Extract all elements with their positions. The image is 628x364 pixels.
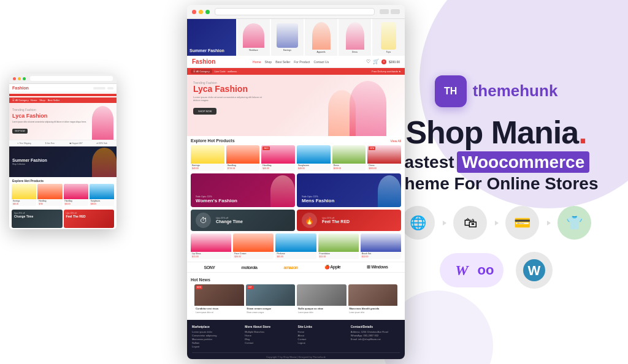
lb-cosm-img-1 bbox=[191, 233, 231, 252]
sm-nav-bar bbox=[9, 94, 117, 96]
lb-news-excerpt-4: Lorem ipsum dolor bbox=[348, 311, 398, 315]
brand-logo-area: TH themehunk bbox=[435, 75, 558, 107]
lb-top-prod-4: Dress bbox=[339, 19, 371, 56]
lb-prod-img-3: SALE bbox=[261, 145, 295, 164]
lb-brand-motorola: motorola bbox=[241, 265, 257, 270]
lb-nav-product[interactable]: For Product bbox=[294, 60, 310, 64]
lb-nav-contact[interactable]: Contact Us bbox=[313, 60, 329, 64]
sm-products-grid: Earrings $40.00 Handbag $738 Handbag $40… bbox=[9, 184, 117, 208]
lb-footer-link-12: Contact bbox=[298, 338, 347, 341]
bag-icon-circle: 🛍 bbox=[453, 206, 487, 240]
sm-nav-shop: Shop bbox=[39, 99, 45, 102]
lb-promo-bar: ☰ All Category Live Code · wellness · Fr… bbox=[187, 68, 405, 75]
lb-top-prod-img-3 bbox=[312, 22, 331, 50]
lb-footer-title-2: More About Store bbox=[245, 325, 294, 328]
lb-explore-title: Explore Hot Products bbox=[191, 138, 235, 143]
svg-text:W: W bbox=[455, 262, 469, 278]
icons-row: 🌐 🛍 💳 👕 bbox=[401, 206, 591, 240]
sm-nav-home: Home bbox=[31, 99, 37, 102]
lb-top-strip: Summer Fashion Necklace Earrings Apparel… bbox=[187, 19, 405, 56]
tagline-line1: Fastest Woocommerce bbox=[394, 153, 599, 172]
lb-nav-home[interactable]: Home bbox=[253, 60, 261, 64]
lb-sale-badge: SALE bbox=[262, 146, 270, 150]
lb-prod-img-4 bbox=[297, 145, 331, 164]
lb-products-grid: Earrings $40.00 Handbag $738.58 SALE Han… bbox=[191, 145, 401, 171]
wordpress-logo-svg: W bbox=[519, 255, 550, 286]
lb-top-prod-name-3: Apparels bbox=[317, 51, 326, 53]
lb-prod-img-6: NEW bbox=[367, 145, 401, 164]
sm-shop-now-btn[interactable]: SHOP NOW bbox=[12, 129, 28, 134]
lb-news-img-2: HOT bbox=[246, 284, 296, 306]
lb-prod-img-5 bbox=[332, 145, 366, 164]
lb-news-excerpt-1: Lorem ipsum dolor sit bbox=[194, 311, 244, 315]
lb-news-title-2: Etiam ornare congue bbox=[246, 306, 296, 311]
lb-prod-price-4: $48.00 bbox=[297, 167, 331, 171]
lb-news-badge-1: NEW bbox=[196, 286, 202, 289]
lb-banner-figure bbox=[270, 175, 295, 207]
wp-badge: W bbox=[516, 252, 553, 289]
sm-header: Fashion bbox=[9, 84, 117, 93]
browser-bar-small bbox=[9, 74, 117, 84]
sm-feature-sale: 🏷 100% Sale bbox=[90, 142, 114, 145]
shop-mania-title: Shop Mania. bbox=[405, 116, 586, 148]
sm-promos: Upto 25% off Change Time Upto 25% off Fe… bbox=[9, 208, 117, 229]
dot-red bbox=[13, 77, 16, 80]
lb-dot-red bbox=[192, 10, 196, 14]
lb-cosm-price-2: $28.00 bbox=[233, 256, 274, 259]
lb-footer-link-4: Nullam bbox=[192, 341, 241, 344]
lb-nav-bestseller[interactable]: Best Seller bbox=[275, 60, 290, 64]
lb-product-dress1: Dress $138.00 bbox=[332, 145, 366, 171]
sm-nav-seller: Best Seller bbox=[48, 99, 59, 102]
lb-footer-link-10: Home bbox=[298, 330, 347, 333]
lb-footer-col-2: More About Store Multiple Branches Home … bbox=[245, 325, 294, 349]
lb-top-prod-2: Earrings bbox=[271, 19, 304, 56]
lb-all-categories[interactable]: ☰ All Category bbox=[191, 69, 212, 74]
lb-news-header: Hot News bbox=[191, 278, 401, 282]
lb-promo-feel-red: 🔥 Upto 25% off Feel The RED bbox=[297, 210, 401, 231]
lb-nav-shop[interactable]: Shop bbox=[264, 60, 272, 64]
lb-top-prod-img-5 bbox=[381, 22, 396, 50]
sm-logo: Fashion bbox=[12, 86, 29, 90]
lb-shop-now-btn[interactable]: SHOP NOW bbox=[193, 108, 216, 115]
lb-news-2: HOT Etiam ornare congue Etiam ornare con… bbox=[246, 284, 296, 315]
lb-news-excerpt-3: Lorem ipsum dolor bbox=[297, 311, 347, 315]
lb-footer-link-1: Lorem ipsum dolor bbox=[192, 330, 241, 333]
lb-product-sunglasses: Sunglasses $48.00 bbox=[297, 145, 331, 171]
lb-banner-label-womens: Sale Upto 15% bbox=[196, 195, 237, 198]
sm-feature-support: ☎ Support 24/7 bbox=[64, 142, 88, 145]
lb-cart: ♡ 🛒 0 $200.00 bbox=[366, 59, 400, 64]
lb-url-bar bbox=[215, 8, 375, 15]
sm-product-item: Handbag $738 bbox=[37, 184, 62, 206]
globe-icon-circle: 🌐 bbox=[401, 206, 435, 240]
lb-hero-content: Trending Fashion Lyca Fashion Lorem ipsu… bbox=[187, 75, 405, 121]
sm-feature-shipping: ✈ Free Shipping bbox=[12, 142, 36, 145]
lb-view-all[interactable]: View All bbox=[391, 139, 401, 143]
lb-dot-green bbox=[205, 10, 210, 14]
lb-product-handbag2: SALE Handbag $40.00 bbox=[261, 145, 295, 171]
sm-product-price: $738 bbox=[37, 203, 62, 206]
shop-mania-text: Shop Mania bbox=[405, 115, 578, 150]
sm-product-item: Earrings $40.00 bbox=[12, 184, 36, 206]
lb-cosm-4: Foundation $32.00 bbox=[318, 233, 359, 259]
sm-promo-feel-red: Upto 25% off Feel The RED bbox=[64, 210, 115, 228]
lb-cosm-img-4 bbox=[318, 233, 359, 252]
lb-cosm-1: Lip Gloss $15.00 bbox=[191, 233, 231, 259]
lb-prod-price-2: $738.58 bbox=[226, 167, 260, 171]
lb-cosm-img-2 bbox=[233, 233, 274, 252]
lb-top-prod-name-2: Earrings bbox=[283, 49, 291, 51]
lb-news-title: Hot News bbox=[191, 278, 210, 282]
bag-icon: 🛍 bbox=[464, 215, 477, 231]
lb-promo-row: ⏱ Upto 25% off Change Time 🔥 Upto 25% of… bbox=[187, 210, 405, 233]
lb-news-section: Hot News NEW Curabitur orci risus Lorem … bbox=[187, 275, 405, 320]
lb-top-prod-img-1 bbox=[243, 23, 264, 48]
lb-cart-count: 0 bbox=[381, 59, 386, 64]
lb-cart-total: $200.00 bbox=[389, 60, 400, 64]
lb-prod-price-3: $40.00 bbox=[261, 167, 295, 171]
sm-features: ✈ Free Shipping $ Join Free ☎ Support 24… bbox=[9, 140, 117, 146]
lb-product-dress2: NEW Dress $309.00 bbox=[367, 145, 401, 171]
lb-browser-bar bbox=[187, 5, 405, 19]
lb-brand-windows: ⊞ Windows bbox=[367, 265, 388, 270]
sm-all-categories: ☰ All Category bbox=[12, 99, 29, 102]
lb-top-prod-name-4: Dress bbox=[352, 51, 358, 53]
lb-promo-circle-2: 🔥 bbox=[302, 213, 317, 228]
